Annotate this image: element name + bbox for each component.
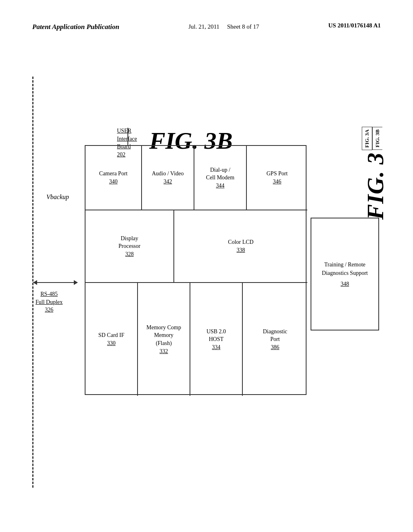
- memory-label: Memory CompMemory(Flash): [146, 324, 181, 347]
- sdcard-ref: 330: [107, 339, 116, 347]
- color-lcd-box: Color LCD 338: [174, 210, 307, 283]
- camera-port-ref: 340: [109, 178, 118, 186]
- gps-port-label: GPS Port: [267, 170, 288, 178]
- color-lcd-ref: 338: [237, 246, 245, 254]
- header-patent-number: US 2011/0176148 A1: [328, 22, 381, 29]
- training-ref: 348: [341, 280, 349, 288]
- memory-box: Memory CompMemory(Flash) 332: [138, 283, 190, 396]
- display-processor-box: DisplayProcessor 328: [86, 210, 174, 283]
- audio-video-ref: 342: [164, 178, 172, 186]
- diagnostic-port-label: DiagnosticPort: [263, 328, 288, 343]
- sdcard-box: SD Card IF 330: [86, 283, 138, 396]
- sdcard-label: SD Card IF: [98, 331, 125, 339]
- main-board-box: Camera Port 340 Audio / Video 342 Dial-u…: [85, 145, 307, 395]
- camera-port-label: Camera Port: [99, 170, 127, 178]
- audio-video-label: Audio / Video: [152, 170, 184, 178]
- header-date-sheet: Jul. 21, 2011 Sheet 8 of 17: [188, 22, 259, 31]
- dialup-label: Dial-up /Cell Modem: [206, 166, 234, 182]
- header-publication-title: Patent Application Publication: [32, 22, 119, 32]
- gps-port-box: GPS Port 346: [247, 146, 307, 210]
- audio-video-box: Audio / Video 342: [142, 146, 194, 210]
- vbackup-label: Vbackup: [46, 193, 69, 201]
- bidirectional-arrow: [33, 282, 77, 283]
- dialup-cell-modem-box: Dial-up /Cell Modem 344: [194, 146, 247, 210]
- diagnostic-port-box: DiagnosticPort 386: [243, 283, 307, 396]
- gps-port-ref: 346: [273, 178, 282, 186]
- training-diagnostics-box: Training / Remote Diagnostics Support 34…: [311, 218, 379, 330]
- usb-label: USB 2.0HOST: [206, 328, 226, 343]
- color-lcd-label: Color LCD: [228, 238, 253, 246]
- camera-port-box: Camera Port 340: [86, 146, 142, 210]
- memory-ref: 332: [160, 347, 168, 355]
- fig3a-small-label: FIG. 3A: [362, 127, 372, 150]
- display-processor-label: DisplayProcessor: [119, 235, 140, 250]
- usb-box: USB 2.0HOST 334: [190, 283, 243, 396]
- header: Patent Application Publication Jul. 21, …: [0, 22, 413, 32]
- display-processor-ref: 328: [125, 250, 134, 258]
- fig3-combined-labels: FIG. 3A FIG. 3B FIG. 3: [362, 127, 389, 220]
- training-label: Training / Remote Diagnostics Support: [315, 260, 374, 277]
- fig3-big-label: FIG. 3: [362, 152, 389, 220]
- rs485-label: RS-485 Full Duplex 326: [35, 290, 63, 314]
- usb-ref: 334: [212, 343, 221, 351]
- dialup-ref: 344: [216, 182, 225, 190]
- diagnostic-port-ref: 386: [271, 343, 280, 351]
- diagram-area: Vbackup RS-485 Full Duplex 326 FIG. 3B U…: [24, 64, 389, 500]
- fig3b-small-label: FIG. 3B: [372, 127, 382, 150]
